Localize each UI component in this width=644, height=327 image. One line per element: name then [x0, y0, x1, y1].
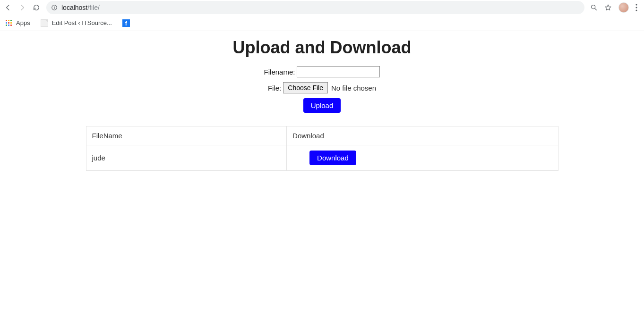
page-icon: [41, 19, 48, 27]
table-header-row: FileName Download: [86, 126, 558, 145]
profile-avatar[interactable]: [618, 2, 629, 13]
bookmark-apps-label: Apps: [16, 19, 30, 26]
upload-form: Filename: File: Choose File No file chos…: [86, 66, 558, 113]
download-button[interactable]: Download: [309, 151, 356, 165]
url-path: /file/: [87, 4, 100, 11]
svg-point-6: [635, 7, 637, 8]
browser-toolbar: localhost/file/: [0, 0, 644, 15]
page-title: Upload and Download: [86, 38, 558, 58]
back-button[interactable]: [4, 3, 12, 12]
svg-point-7: [635, 9, 637, 11]
header-download: Download: [287, 126, 558, 145]
apps-grid-icon: [6, 20, 12, 26]
svg-rect-1: [54, 7, 54, 9]
filename-input[interactable]: [297, 66, 380, 77]
files-table: FileName Download jude Download: [86, 126, 558, 171]
facebook-icon: f: [122, 19, 130, 27]
svg-point-5: [635, 4, 637, 5]
cell-download: Download: [287, 145, 558, 171]
choose-file-button[interactable]: Choose File: [283, 82, 328, 93]
header-filename: FileName: [86, 126, 287, 145]
bookmark-edit-post-label: Edit Post ‹ ITSource...: [52, 19, 112, 26]
site-info-icon[interactable]: [51, 4, 58, 11]
cell-filename: jude: [86, 145, 287, 171]
bookmark-apps[interactable]: Apps: [6, 19, 30, 26]
table-row: jude Download: [86, 145, 558, 171]
svg-rect-2: [54, 6, 54, 7]
toolbar-right-icons: [590, 2, 640, 13]
page-content: Upload and Download Filename: File: Choo…: [0, 31, 644, 171]
upload-button[interactable]: Upload: [303, 98, 341, 113]
zoom-icon[interactable]: [590, 4, 598, 11]
bookmarks-bar: Apps Edit Post ‹ ITSource... f: [0, 15, 644, 31]
reload-button[interactable]: [32, 3, 41, 12]
url-text: localhost/file/: [61, 4, 100, 11]
browser-chrome: localhost/file/ Apps Edit Post ‹ ITSourc…: [0, 0, 644, 31]
bookmark-edit-post[interactable]: Edit Post ‹ ITSource...: [41, 19, 112, 27]
svg-point-3: [592, 5, 595, 9]
file-row: File: Choose File No file chosen: [268, 82, 376, 93]
file-chosen-text: No file chosen: [331, 84, 376, 92]
filename-label: Filename:: [264, 68, 295, 76]
file-label: File:: [268, 84, 281, 92]
address-bar[interactable]: localhost/file/: [46, 1, 584, 14]
bookmark-star-icon[interactable]: [604, 4, 612, 11]
menu-dots-icon[interactable]: [635, 4, 637, 11]
filename-row: Filename:: [264, 66, 380, 77]
bookmark-facebook[interactable]: f: [122, 19, 130, 27]
svg-line-4: [595, 8, 596, 10]
forward-button[interactable]: [18, 3, 26, 12]
url-host: localhost: [61, 4, 87, 11]
